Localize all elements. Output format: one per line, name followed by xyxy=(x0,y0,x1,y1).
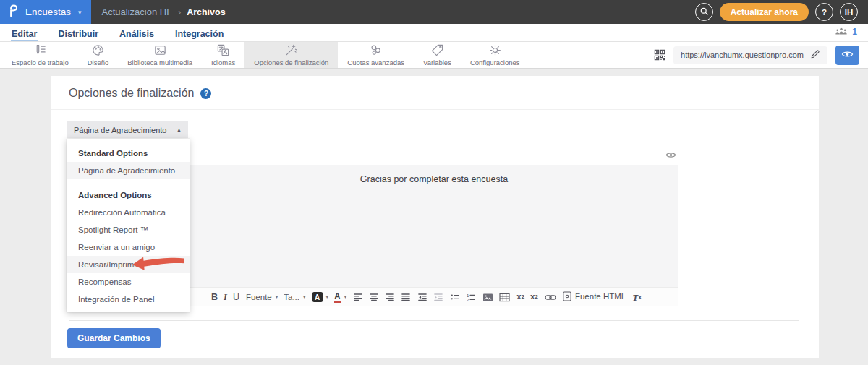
toolbar-item-variables[interactable]: Variables xyxy=(414,42,461,68)
dropdown-item-spotlight-report[interactable]: Spotlight Report ™ xyxy=(67,221,190,239)
dropdown-item-reenviar-amigo[interactable]: Reenviar a un amigo xyxy=(67,239,190,256)
dropdown-item-revisar-imprimir[interactable]: Revisar/Imprimir xyxy=(67,256,190,273)
breadcrumb-separator-icon: › xyxy=(178,7,181,17)
format-group: B I U xyxy=(211,293,239,302)
clear-group: Tx xyxy=(632,293,642,302)
product-menu[interactable]: Encuestas ▾ xyxy=(0,0,91,24)
toolbar-item-idiomas[interactable]: Idiomas xyxy=(202,42,244,68)
editor-toolbar: B I U Fuente ▾ Ta... ▾ A xyxy=(190,287,678,306)
thank-you-editor: Gracias por completar esta encuesta B I … xyxy=(190,151,678,306)
tab-distribuir[interactable]: Distribuir xyxy=(57,27,99,41)
dropdown-item-recompensas[interactable]: Recompensas xyxy=(67,273,190,291)
workspace-icon xyxy=(33,43,47,57)
align-right-icon[interactable] xyxy=(385,292,395,302)
color-group: A ▾ A ▾ xyxy=(312,292,347,303)
insert-group xyxy=(482,293,510,302)
link-icon[interactable] xyxy=(545,293,556,301)
media-icon xyxy=(153,43,167,57)
indent-icon[interactable] xyxy=(433,292,443,302)
toolbar-item-biblioteca-multimedia[interactable]: Biblioteca multimedia xyxy=(118,42,202,68)
underline-button[interactable]: U xyxy=(233,293,239,302)
respondents-indicator[interactable]: 1 xyxy=(835,25,857,41)
product-name: Encuestas xyxy=(25,7,71,17)
dropdown-item-redireccion-automatica[interactable]: Redirección Automática xyxy=(67,204,190,221)
chain-links-icon xyxy=(369,43,383,57)
numbered-list-icon[interactable]: 12 xyxy=(466,292,476,302)
title-divider xyxy=(51,109,819,110)
dropdown-header-advanced: Advanced Options xyxy=(67,186,190,204)
chevron-down-icon: ▾ xyxy=(303,294,306,300)
dropdown-header-standard: Standard Options xyxy=(67,145,190,162)
font-size-select[interactable]: Ta... ▾ xyxy=(284,293,305,301)
finish-type-select[interactable]: Página de Agradecimiento ▲ xyxy=(67,121,188,138)
search-icon xyxy=(699,7,709,17)
wand-icon xyxy=(284,43,298,57)
avatar[interactable]: IH xyxy=(840,3,858,21)
chevron-down-icon: ▾ xyxy=(326,294,329,300)
card-title-row: Opciones de finalización ? xyxy=(51,76,819,109)
help-tooltip-icon[interactable]: ? xyxy=(200,88,211,99)
dropdown-group-gap xyxy=(67,179,190,186)
save-changes-button[interactable]: Guardar Cambios xyxy=(67,328,161,348)
top-bar: Encuestas ▾ Actualizacion HF › Archivos … xyxy=(0,0,868,24)
bullet-list-icon[interactable] xyxy=(450,292,460,302)
text-color-button[interactable]: A ▾ xyxy=(334,292,346,303)
superscript-button[interactable]: x2 xyxy=(530,293,538,301)
indent-group xyxy=(417,292,443,302)
search-button[interactable] xyxy=(695,3,713,21)
tag-icon xyxy=(430,43,444,57)
bold-button[interactable]: B xyxy=(211,293,218,302)
preview-eye-icon[interactable] xyxy=(665,151,676,159)
survey-toolbar: Espacio de trabajo Diseño Biblioteca mul… xyxy=(0,42,868,69)
source-group: Fuente HTML xyxy=(563,291,626,304)
qr-code-icon[interactable] xyxy=(654,49,665,61)
align-left-icon[interactable] xyxy=(353,292,363,302)
topbar-actions: Actualizar ahora ? IH xyxy=(695,3,868,21)
toolbar-item-diseno[interactable]: Diseño xyxy=(78,42,119,68)
background-color-icon: A xyxy=(312,292,323,302)
help-button[interactable]: ? xyxy=(815,3,833,21)
align-center-icon[interactable] xyxy=(369,292,379,302)
finish-type-value: Página de Agradecimiento xyxy=(74,126,166,134)
eye-icon xyxy=(841,50,854,61)
dropdown-item-pagina-agradecimiento[interactable]: Página de Agradecimiento xyxy=(67,162,190,179)
font-family-select[interactable]: Fuente ▾ xyxy=(246,293,278,301)
tab-editar[interactable]: Editar xyxy=(11,27,38,41)
insert-image-icon[interactable] xyxy=(482,293,493,302)
editor-content[interactable]: Gracias por completar esta encuesta xyxy=(190,165,678,287)
toolbar-item-espacio-de-trabajo[interactable]: Espacio de trabajo xyxy=(2,42,78,68)
dropdown-item-integracion-panel[interactable]: Integración de Panel xyxy=(67,291,190,308)
preview-survey-button[interactable] xyxy=(835,46,859,65)
palette-icon xyxy=(91,43,105,57)
respondents-count: 1 xyxy=(852,27,857,37)
chevron-down-icon: ▾ xyxy=(344,294,347,300)
questionpro-logo-icon xyxy=(7,4,20,20)
questionpro-app: Encuestas ▾ Actualizacion HF › Archivos … xyxy=(0,0,868,365)
breadcrumb-survey-name[interactable]: Actualizacion HF xyxy=(102,7,173,17)
update-now-button[interactable]: Actualizar ahora xyxy=(720,3,809,21)
toolbar-item-opciones-de-finalizacion[interactable]: Opciones de finalización xyxy=(244,42,338,68)
tab-analisis[interactable]: Análisis xyxy=(119,27,155,41)
html-source-button[interactable]: Fuente HTML xyxy=(563,291,626,304)
toolbar-item-cuotas-avanzadas[interactable]: Cuotas avanzadas xyxy=(338,42,414,68)
bottom-divider xyxy=(69,320,799,321)
insert-table-icon[interactable] xyxy=(499,293,510,302)
subscript-button[interactable]: x2 xyxy=(516,293,524,301)
chevron-down-icon: ▾ xyxy=(78,9,82,16)
finish-options-card: Opciones de finalización ? Página de Agr… xyxy=(51,76,819,358)
link-group xyxy=(545,293,556,301)
languages-icon xyxy=(216,43,230,57)
background-color-button[interactable]: A ▾ xyxy=(312,292,329,302)
align-justify-icon[interactable] xyxy=(401,292,411,302)
breadcrumb-current-page: Archivos xyxy=(187,7,226,17)
remove-format-button[interactable]: Tx xyxy=(632,293,642,302)
toolbar-item-configuraciones[interactable]: Configuraciones xyxy=(461,42,529,68)
edit-pencil-icon[interactable] xyxy=(810,49,820,61)
svg-text:2: 2 xyxy=(467,298,469,302)
nav-tab-bar: Editar Distribuir Análisis Integración 1 xyxy=(0,24,868,42)
italic-button[interactable]: I xyxy=(224,293,227,302)
outdent-icon[interactable] xyxy=(417,292,427,302)
tab-integracion[interactable]: Integración xyxy=(174,27,224,41)
align-group xyxy=(353,292,411,302)
survey-url-field[interactable]: https://ivanchumx.questionpro.com xyxy=(673,46,827,64)
